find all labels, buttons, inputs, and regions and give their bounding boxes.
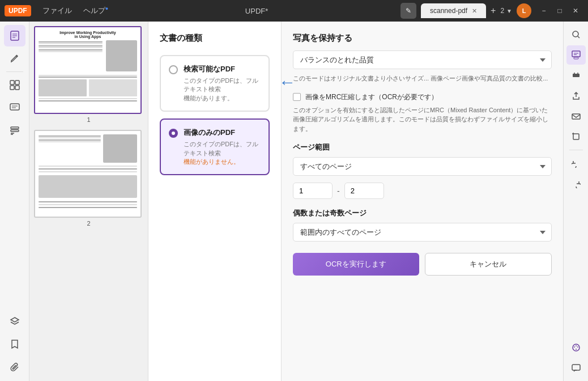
svg-rect-6 — [15, 81, 19, 84]
pdf-area: − 19% + assessed work... mobile techno..… — [148, 22, 563, 381]
right-tool-search[interactable] — [566, 25, 586, 44]
svg-point-28 — [574, 346, 575, 348]
thumbnail-page-2[interactable]: 2 — [34, 130, 143, 227]
ocr-left-panel: 文書の種類 検索可能なPDF このタイプのPDFは、フルテキスト検索 機能があり… — [148, 22, 282, 381]
thumbnail-panel: Improve Working Productivityin Using App… — [29, 22, 148, 381]
right-tool-share[interactable] — [566, 86, 586, 105]
svg-rect-12 — [11, 127, 19, 129]
tab-bar: ✎ scanned-pdf ✕ + — [400, 3, 500, 19]
doc-type-title: 文書の種類 — [160, 33, 270, 44]
svg-point-31 — [576, 349, 577, 350]
arrow-decoration: → — [279, 73, 296, 92]
right-tool-mail[interactable] — [566, 107, 586, 126]
window-title: UPDF* — [245, 7, 268, 15]
quality-description: このモードはオリジナル文書より小さいサイズ... 画像ページ画像や写真品質の文書… — [293, 74, 552, 83]
ocr-option-searchable[interactable]: 検索可能なPDF このタイプのPDFは、フルテキスト検索 機能があります。 — [160, 55, 270, 112]
mrc-checkbox[interactable] — [293, 93, 301, 101]
tab-scanned-pdf[interactable]: scanned-pdf ✕ — [421, 3, 486, 18]
titlebar: UPDF ファイル ヘルプ● UPDF* ✎ scanned-pdf ✕ + 2… — [0, 0, 588, 22]
sidebar-icon-attachment[interactable] — [4, 356, 25, 378]
right-sidebar — [563, 22, 588, 381]
svg-rect-32 — [572, 365, 580, 370]
page-range-select[interactable]: すべてのページ — [293, 157, 552, 176]
right-tool-ocr[interactable] — [566, 45, 586, 65]
cancel-button[interactable]: キャンセル — [425, 253, 552, 276]
svg-rect-16 — [572, 51, 580, 57]
radio-image-only[interactable] — [169, 129, 178, 138]
right-sidebar-divider — [569, 150, 583, 150]
sidebar-icon-pages[interactable] — [4, 25, 25, 46]
page-inputs: - — [293, 183, 552, 199]
right-tool-redo[interactable] — [566, 174, 586, 193]
maximize-button[interactable]: □ — [552, 3, 568, 19]
sidebar-icon-bookmark[interactable] — [4, 333, 25, 355]
quality-title: 写真を保持する — [293, 33, 552, 44]
close-button[interactable]: ✕ — [568, 3, 583, 19]
new-tab-button[interactable]: + — [486, 6, 500, 16]
sidebar-icon-edit[interactable] — [4, 48, 25, 69]
tab-close-icon[interactable]: ✕ — [472, 7, 477, 15]
left-sidebar — [0, 22, 29, 381]
menu-help[interactable]: ヘルプ● — [79, 3, 113, 18]
svg-point-30 — [577, 346, 578, 348]
quality-select[interactable]: バランスのとれた品質 — [293, 50, 552, 69]
svg-point-29 — [576, 345, 577, 346]
svg-rect-5 — [10, 81, 14, 84]
right-tool-chat[interactable] — [566, 358, 586, 378]
svg-rect-24 — [573, 134, 579, 139]
action-buttons: OCRを実行します キャンセル — [293, 253, 552, 276]
svg-rect-23 — [572, 114, 580, 119]
ocr-right-panel: 写真を保持する バランスのとれた品質 このモードはオリジナル文書より小さいサイズ… — [282, 22, 563, 381]
sidebar-icon-comment[interactable] — [4, 97, 25, 118]
svg-line-15 — [578, 36, 580, 38]
right-tool-ai[interactable] — [566, 338, 586, 357]
ocr-option-image-only[interactable]: 画像のみのPDF このタイプのPDFは、フルテキスト検索 機能がありません。 — [160, 118, 270, 175]
svg-point-14 — [573, 31, 578, 37]
svg-point-27 — [573, 344, 580, 351]
user-avatar[interactable]: L — [517, 3, 531, 18]
radio-searchable[interactable] — [169, 65, 178, 74]
page-from-input[interactable] — [293, 183, 333, 199]
svg-rect-9 — [10, 104, 19, 110]
ocr-execute-button[interactable]: OCRを実行します — [293, 253, 419, 276]
right-tool-redact[interactable] — [566, 66, 586, 85]
mrc-description: このオプションを有効にすると認識したページにMRC（Mixed Raster C… — [293, 105, 552, 134]
app-logo: UPDF — [5, 5, 31, 16]
thumb-page-num-2: 2 — [34, 220, 143, 227]
sidebar-icon-layers[interactable] — [4, 311, 25, 332]
sidebar-icon-forms[interactable] — [4, 120, 25, 141]
mrc-label: 画像をMRC圧縮します（OCRが必要です） — [305, 92, 438, 102]
thumbnail-page-1[interactable]: Improve Working Productivityin Using App… — [34, 26, 143, 123]
page-range-label: ページ範囲 — [293, 142, 552, 153]
thumb-image-2 — [34, 130, 142, 218]
thumb-image-1: Improve Working Productivityin Using App… — [34, 26, 142, 114]
main-area: Improve Working Productivityin Using App… — [0, 22, 588, 381]
page-range-dash: - — [337, 187, 340, 196]
odd-even-select[interactable]: 範囲内のすべてのページ — [293, 223, 552, 242]
svg-rect-20 — [573, 74, 580, 77]
right-tool-undo[interactable] — [566, 154, 586, 173]
page-indicator: 2 ▼ — [500, 7, 512, 15]
menu-file[interactable]: ファイル — [38, 3, 76, 18]
mrc-checkbox-row: 画像をMRC圧縮します（OCRが必要です） — [293, 92, 552, 102]
thumb-page-num-1: 1 — [34, 116, 143, 123]
svg-rect-13 — [11, 130, 19, 132]
svg-rect-8 — [15, 86, 19, 90]
ocr-dialog: 文書の種類 検索可能なPDF このタイプのPDFは、フルテキスト検索 機能があり… — [148, 22, 563, 381]
sidebar-icon-view[interactable] — [4, 74, 25, 96]
odd-even-label: 偶数または奇数ページ — [293, 208, 552, 218]
minimize-button[interactable]: − — [536, 3, 552, 19]
ocr-tab-icon[interactable]: ✎ — [400, 3, 416, 19]
svg-rect-19 — [574, 57, 578, 59]
right-tool-crop[interactable] — [566, 127, 586, 146]
page-to-input[interactable] — [344, 183, 384, 199]
menu-bar: ファイル ヘルプ● — [38, 3, 113, 18]
svg-rect-7 — [10, 86, 14, 90]
